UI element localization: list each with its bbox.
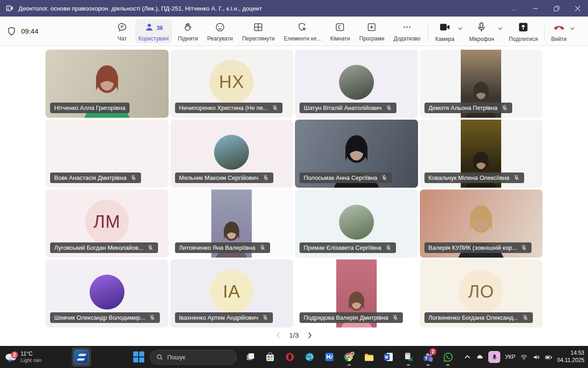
participant-tile[interactable]: Примак Єлізавета Сергіївна: [295, 190, 418, 258]
tray-date: 04.11.2025: [557, 357, 584, 364]
meeting-timer: 09:44: [21, 27, 39, 35]
microphone-icon: [475, 21, 487, 35]
volume-icon[interactable]: [532, 353, 540, 361]
device-button-share-screen[interactable]: Поділитися: [507, 19, 540, 44]
participant-name: Полосьмак Анна Сергіївна: [304, 174, 377, 181]
participant-name-label: Луговський Богдан Миколайов...: [50, 242, 158, 253]
mic-off-icon: [259, 244, 266, 251]
mic-in-use-indicator[interactable]: [488, 351, 500, 363]
toolbar-button-more-dots[interactable]: Додатково: [390, 19, 424, 43]
chevron-down-icon[interactable]: [497, 25, 503, 32]
teams-taskbar-button[interactable]: 2: [421, 348, 435, 366]
participant-tile[interactable]: ЛМЛуговський Богдан Миколайов...: [45, 190, 169, 258]
device-button-label: Поділитися: [509, 36, 538, 42]
shield-gear-icon: [297, 22, 308, 34]
window-more-button[interactable]: …: [503, 0, 525, 17]
toolbar-button-raise-hand[interactable]: Підняти: [175, 19, 201, 43]
participant-count-badge: 36: [156, 24, 163, 31]
toolbar-button-chat[interactable]: Чат: [112, 19, 132, 43]
language-indicator[interactable]: УКР: [505, 354, 515, 360]
participant-name: Луговський Богдан Миколайов...: [54, 244, 143, 251]
onedrive-cloud-icon[interactable]: [476, 353, 484, 361]
blue-m-app-icon: [324, 351, 335, 362]
tray-expand-icon[interactable]: [464, 353, 471, 361]
participant-tile[interactable]: Ковальчук Мілена Олексіївна: [420, 120, 543, 188]
toolbar-button-react-smiley[interactable]: Реагувати: [204, 19, 236, 43]
device-button-camera[interactable]: Камера: [433, 19, 456, 44]
taskbar-search[interactable]: Пошук: [150, 350, 237, 365]
wifi-icon[interactable]: [520, 353, 528, 361]
toolbar-button-label: Додатково: [394, 35, 421, 42]
participant-name-label: Подрядова Валерія Дмитрівна: [300, 312, 403, 323]
participant-tile[interactable]: Демотя Альона Петрівна: [420, 50, 543, 118]
chrome-taskbar-button[interactable]: [342, 348, 356, 366]
file-explorer-taskbar-button[interactable]: [362, 348, 376, 366]
previous-page-button[interactable]: [275, 332, 282, 339]
toolbar-button-label: Реагувати: [207, 35, 233, 42]
device-button-microphone[interactable]: Мікрофон: [467, 19, 496, 44]
participant-tile[interactable]: Мельник Максим Сергійович: [170, 120, 294, 188]
window-minimize-button[interactable]: [525, 0, 546, 17]
toolbar-button-apps-plus[interactable]: Програми: [356, 19, 388, 43]
participant-tile[interactable]: Нітченко Алла Григорівна: [45, 50, 169, 118]
mic-off-icon: [271, 104, 278, 111]
device-button-label: Камера: [435, 36, 454, 42]
mic-off-icon: [501, 104, 508, 111]
participant-tile[interactable]: Вовк Анастасія Дмитрівна: [45, 120, 169, 188]
apps-plus-icon: [366, 22, 377, 34]
ms-store-icon: [265, 351, 276, 362]
edge-taskbar-button[interactable]: [303, 348, 317, 366]
opera-taskbar-button[interactable]: [283, 348, 297, 366]
device-button-label: Мікрофон: [469, 36, 494, 42]
ms-store-taskbar-button[interactable]: [263, 348, 277, 366]
participant-tile[interactable]: Литовченко Яна Валеріївна: [170, 190, 294, 258]
window-close-button[interactable]: [567, 0, 588, 17]
chevron-down-icon[interactable]: [457, 25, 464, 32]
window-titlebar: Деонтолог. основи правоохорон. діяльност…: [0, 0, 588, 17]
whatsapp-taskbar-button[interactable]: [441, 348, 455, 366]
participant-name-label: Мельник Максим Сергійович: [175, 172, 273, 183]
pinned-apps: 2: [243, 348, 455, 366]
toolbar-divider: [544, 22, 545, 40]
participant-tile[interactable]: НХНичипоренко Христина (Не пе...: [170, 50, 294, 118]
window-restore-button[interactable]: [546, 0, 567, 17]
participant-tile[interactable]: Валерія КУЛИК (зовнішній кор...: [420, 190, 543, 258]
participant-tile[interactable]: Полосьмак Анна Сергіївна: [295, 120, 418, 188]
taskbar-clock[interactable]: 14:53 04.11.2025: [557, 350, 584, 364]
next-page-button[interactable]: [306, 332, 313, 339]
avatar-photo: [339, 65, 374, 100]
task-view-taskbar-button[interactable]: [243, 348, 257, 366]
mic-off-icon: [262, 314, 269, 321]
running-indicator: [447, 364, 450, 366]
leave-button[interactable]: Вийти: [549, 19, 569, 44]
battery-icon[interactable]: [545, 353, 553, 361]
whatsapp-icon: [442, 351, 454, 363]
blue-m-app-taskbar-button[interactable]: [322, 348, 336, 366]
participant-grid: Нітченко Алла ГригорівнаНХНичипоренко Хр…: [45, 50, 543, 328]
word-taskbar-button[interactable]: [382, 348, 396, 366]
participant-tile[interactable]: ІАІвахненко Артем Андрійович: [170, 259, 294, 328]
initials-text: ЛО: [468, 282, 494, 302]
weather-widget[interactable]: 2 11°C Light rain: [4, 351, 63, 364]
participant-name-label: Полосьмак Анна Сергіївна: [300, 172, 392, 183]
search-placeholder: Пошук: [167, 354, 185, 361]
snipping-tool-icon: [403, 351, 414, 362]
participant-tile[interactable]: Подрядова Валерія Дмитрівна: [295, 259, 418, 328]
chevron-down-icon[interactable]: [569, 25, 576, 32]
participant-name-label: Шатун Віталій Анатолійович: [300, 103, 396, 113]
toolbar-button-view-grid[interactable]: Переглянути: [239, 19, 278, 43]
search-icon: [156, 354, 163, 361]
avatar-photo: [90, 135, 124, 170]
participant-tile[interactable]: ЛОЛогвиненко Богдана Олександ...: [420, 259, 543, 328]
snipping-tool-taskbar-button[interactable]: [401, 348, 415, 366]
toolbar-button-people[interactable]: 36Користувачі: [135, 19, 172, 43]
participant-name: Шатун Віталій Анатолійович: [304, 104, 382, 111]
start-button[interactable]: [133, 351, 144, 362]
participant-tile[interactable]: Шатун Віталій Анатолійович: [295, 50, 418, 118]
leave-button-label: Вийти: [551, 36, 567, 42]
view-grid-icon: [253, 22, 264, 34]
active-app-button[interactable]: [72, 347, 91, 367]
toolbar-button-shield-gear[interactable]: Елементи ке...: [281, 19, 324, 43]
toolbar-button-rooms[interactable]: Кімнати: [327, 19, 353, 43]
participant-tile[interactable]: Шевчик Олександр Володимир...: [45, 259, 169, 328]
